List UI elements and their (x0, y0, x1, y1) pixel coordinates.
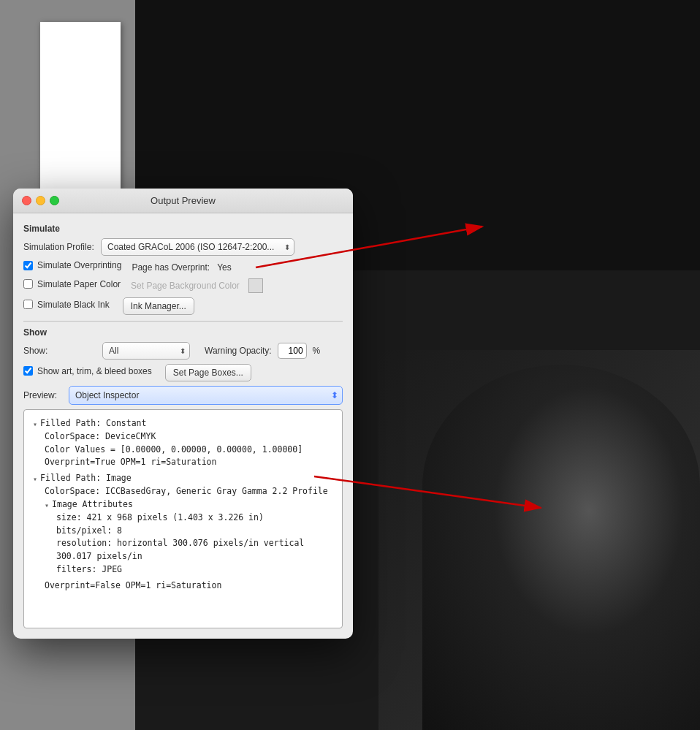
page-background-color-swatch[interactable] (248, 278, 263, 293)
inspector-line-10: resolution: horizontal 300.076 pixels/in… (56, 537, 333, 563)
inspector-line-2: ColorSpace: DeviceCMYK (45, 430, 333, 444)
close-button[interactable] (22, 196, 31, 205)
simulate-overprinting-checkbox-row: Simulate Overprinting (23, 260, 121, 270)
simulate-black-ink-checkbox[interactable] (23, 300, 33, 309)
simulate-paper-color-checkbox-row: Simulate Paper Color (23, 279, 121, 289)
inspector-text-8: size: 421 x 968 pixels (1.403 x 3.226 in… (56, 512, 264, 525)
divider-1 (23, 321, 343, 322)
simulation-profile-row: Simulation Profile: Coated GRACoL 2006 (… (23, 238, 343, 256)
dialog-title: Output Preview (151, 195, 216, 206)
inspector-box: ▾ Filled Path: Constant ColorSpace: Devi… (23, 409, 343, 628)
simulate-overprinting-label: Simulate Overprinting (37, 260, 121, 270)
show-art-trim-checkbox[interactable] (23, 366, 33, 376)
simulation-profile-select-wrapper[interactable]: Coated GRACoL 2006 (ISO 12647-2:200... ⬍ (101, 238, 294, 256)
inspector-line-4: Overprint=True OPM=1 ri=Saturation (45, 456, 333, 469)
preview-label: Preview: (23, 390, 63, 400)
simulate-black-ink-checkbox-row: Simulate Black Ink (23, 300, 110, 310)
show-art-trim-checkbox-row: Show art, trim, & bleed boxes (23, 366, 152, 376)
simulate-section-label: Simulate (23, 224, 343, 234)
traffic-lights (22, 196, 59, 205)
simulation-profile-label: Simulation Profile: (23, 242, 96, 252)
page-has-overprint-label: Page has Overprint: (132, 262, 210, 273)
inspector-text-4: Overprint=True OPM=1 ri=Saturation (45, 456, 216, 469)
preview-select-wrapper[interactable]: Object Inspector Separations Ink Coverag… (69, 386, 343, 405)
warning-opacity-label: Warning Opacity: (205, 346, 272, 356)
inspector-line-9: bits/pixel: 8 (56, 525, 333, 538)
preview-row: Preview: Object Inspector Separations In… (23, 386, 343, 405)
warning-opacity-input[interactable] (278, 343, 307, 359)
inspector-text-1: Filled Path: Constant (40, 417, 146, 430)
page-has-overprint-value: Yes (217, 262, 232, 273)
simulate-black-ink-row: Simulate Black Ink Ink Manager... (23, 297, 343, 315)
title-bar: Output Preview (13, 189, 353, 213)
inspector-line-7: ▾ Image Attributes (45, 498, 333, 512)
face-area (378, 350, 700, 730)
inspector-line-1: ▾ Filled Path: Constant (33, 417, 333, 430)
inspector-text-6: ColorSpace: ICCBasedGray, Generic Gray G… (45, 485, 328, 498)
show-section-label: Show (23, 327, 343, 338)
show-label: Show: (23, 346, 96, 356)
set-page-background-color-label: Set Page Background Color (131, 281, 240, 291)
inspector-line-5: ▾ Filled Path: Image (33, 472, 333, 485)
show-select-wrapper[interactable]: All ⬍ (102, 342, 190, 360)
minimize-button[interactable] (36, 196, 45, 205)
simulate-black-ink-label: Simulate Black Ink (37, 300, 110, 310)
inspector-text-11: filters: JPEG (56, 563, 122, 577)
inspector-line-8: size: 421 x 968 pixels (1.403 x 3.226 in… (56, 512, 333, 525)
inspector-line-11: filters: JPEG (56, 563, 333, 577)
show-art-trim-label: Show art, trim, & bleed boxes (37, 366, 152, 376)
simulation-profile-select[interactable]: Coated GRACoL 2006 (ISO 12647-2:200... (101, 238, 294, 256)
tree-icon-7: ▾ (45, 498, 49, 512)
dialog-content: Simulate Simulation Profile: Coated GRAC… (13, 213, 353, 639)
simulate-paper-color-row: Simulate Paper Color Set Page Background… (23, 278, 343, 293)
show-select[interactable]: All (102, 342, 190, 360)
inspector-text-7: Image Attributes (52, 498, 133, 512)
simulate-paper-color-label: Simulate Paper Color (37, 279, 121, 289)
inspector-text-2: ColorSpace: DeviceCMYK (45, 430, 156, 444)
inspector-text-3: Color Values = [0.00000, 0.00000, 0.0000… (45, 444, 303, 457)
inspector-line-3: Color Values = [0.00000, 0.00000, 0.0000… (45, 444, 333, 457)
simulate-paper-color-checkbox[interactable] (23, 279, 33, 289)
inspector-text-9: bits/pixel: 8 (56, 525, 122, 538)
inspector-text-12: Overprint=False OPM=1 ri=Saturation (45, 579, 221, 593)
output-preview-dialog: Output Preview Simulate Simulation Profi… (13, 189, 353, 639)
set-page-boxes-button[interactable]: Set Page Boxes... (165, 364, 251, 381)
tree-icon-5: ▾ (33, 472, 37, 485)
pct-label: % (313, 346, 321, 356)
inspector-text-5: Filled Path: Image (40, 472, 132, 485)
simulate-overprinting-checkbox[interactable] (23, 261, 33, 270)
preview-select[interactable]: Object Inspector Separations Ink Coverag… (69, 386, 343, 405)
face-silhouette (422, 365, 700, 730)
inspector-line-12: Overprint=False OPM=1 ri=Saturation (45, 579, 333, 593)
show-art-trim-row: Show art, trim, & bleed boxes Set Page B… (23, 364, 343, 381)
inspector-text-10: resolution: horizontal 300.076 pixels/in… (56, 537, 333, 563)
inspector-line-6: ColorSpace: ICCBasedGray, Generic Gray G… (45, 485, 333, 498)
simulate-overprinting-row: Simulate Overprinting Page has Overprint… (23, 260, 343, 274)
show-row: Show: All ⬍ Warning Opacity: % (23, 342, 343, 360)
ink-manager-button[interactable]: Ink Manager... (123, 297, 194, 315)
tree-icon-1: ▾ (33, 417, 37, 430)
maximize-button[interactable] (50, 196, 59, 205)
